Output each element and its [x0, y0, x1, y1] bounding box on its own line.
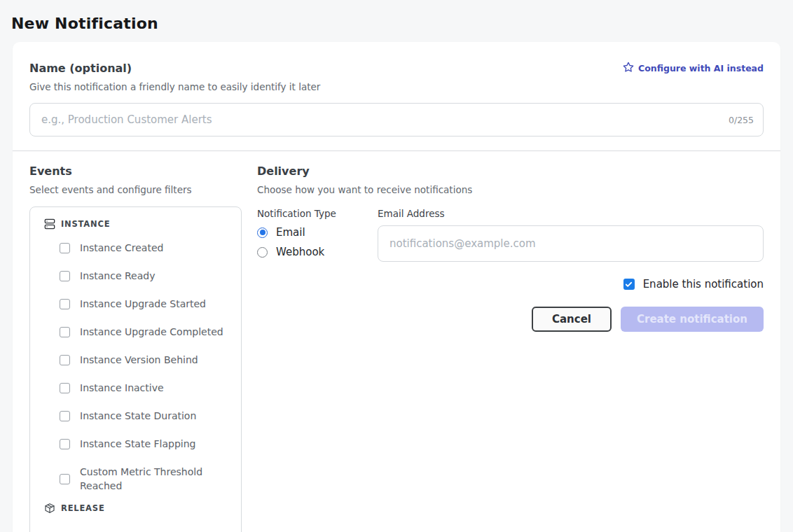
server-icon: [44, 218, 55, 230]
event-checkbox-row[interactable]: Instance Version Behind: [60, 346, 230, 374]
event-checkbox-label: Instance State Duration: [80, 409, 196, 423]
event-checkbox-row[interactable]: Instance Created: [60, 234, 230, 262]
package-icon: [44, 503, 55, 514]
name-heading: Name (optional): [29, 62, 132, 75]
char-counter: 0/255: [729, 115, 754, 125]
configure-with-ai-button[interactable]: Configure with AI instead: [623, 62, 764, 75]
radio-icon[interactable]: [257, 247, 268, 258]
delivery-heading: Delivery: [257, 164, 764, 178]
events-section: Events Select events and configure filte…: [29, 164, 242, 532]
radio-label: Email: [276, 226, 305, 239]
event-checkbox-row[interactable]: Instance Ready: [60, 262, 230, 290]
event-checkbox[interactable]: [60, 474, 70, 484]
event-checkbox-label: Instance Inactive: [80, 381, 164, 395]
event-checkbox-row[interactable]: Instance Upgrade Started: [60, 290, 230, 318]
event-group-label: RELEASE: [61, 503, 105, 513]
event-checkbox-label: Instance Created: [80, 241, 163, 255]
event-checkbox[interactable]: [60, 411, 70, 421]
check-icon: [625, 278, 633, 291]
event-checkbox-label: Instance State Flapping: [80, 437, 195, 451]
radio-icon[interactable]: [257, 227, 268, 238]
events-subtitle: Select events and configure filters: [29, 184, 242, 195]
delivery-subtitle: Choose how you want to receive notificat…: [257, 184, 764, 195]
cancel-button[interactable]: Cancel: [532, 307, 612, 332]
enable-notification-checkbox[interactable]: [623, 279, 635, 290]
email-address-input[interactable]: [378, 225, 764, 262]
name-section: Name (optional) Configure with AI instea…: [13, 42, 780, 150]
configure-with-ai-label: Configure with AI instead: [638, 63, 764, 74]
create-notification-button[interactable]: Create notification: [621, 307, 764, 332]
event-checkbox-row[interactable]: Instance State Duration: [60, 402, 230, 430]
new-notification-card: Name (optional) Configure with AI instea…: [13, 42, 780, 532]
event-checkbox[interactable]: [60, 271, 70, 281]
event-checkbox-label: Instance Upgrade Completed: [80, 325, 223, 339]
event-checkbox-label: Custom Metric Threshold Reached: [80, 465, 230, 493]
event-checkbox[interactable]: [60, 383, 70, 393]
radio-label: Webhook: [276, 246, 324, 258]
events-heading: Events: [29, 164, 242, 178]
event-checkbox-row[interactable]: Instance State Flapping: [60, 430, 230, 458]
event-group-header: RELEASE: [44, 500, 230, 518]
event-checkbox-row[interactable]: Custom Metric Threshold Reached: [60, 458, 230, 500]
page-title: New Notification: [0, 0, 793, 42]
event-checkbox-row[interactable]: Instance Inactive: [60, 374, 230, 402]
notification-type-option-webhook[interactable]: Webhook: [257, 246, 378, 258]
event-checkbox[interactable]: [60, 243, 70, 253]
event-checkbox-label: Instance Ready: [80, 269, 155, 283]
name-subtitle: Give this notification a friendly name t…: [29, 81, 764, 92]
event-checkbox-label: Instance Upgrade Started: [80, 297, 206, 311]
event-checkbox[interactable]: [60, 355, 70, 365]
event-checkbox-row[interactable]: Instance Upgrade Completed: [60, 318, 230, 346]
delivery-section: Delivery Choose how you want to receive …: [257, 164, 764, 532]
event-checkbox-label: Instance Version Behind: [80, 353, 198, 367]
events-panel: INSTANCEInstance CreatedInstance ReadyIn…: [29, 206, 242, 532]
email-address-label: Email Address: [378, 208, 764, 219]
event-checkbox[interactable]: [60, 327, 70, 337]
event-checkbox[interactable]: [60, 299, 70, 309]
notification-type-option-email[interactable]: Email: [257, 226, 378, 239]
event-group-header: INSTANCE: [44, 216, 230, 234]
enable-notification-label: Enable this notification: [643, 278, 764, 290]
name-input[interactable]: [29, 103, 764, 136]
event-group-label: INSTANCE: [61, 219, 110, 229]
star-icon: [623, 62, 634, 75]
notification-type-label: Notification Type: [257, 208, 378, 219]
event-checkbox[interactable]: [60, 439, 70, 449]
